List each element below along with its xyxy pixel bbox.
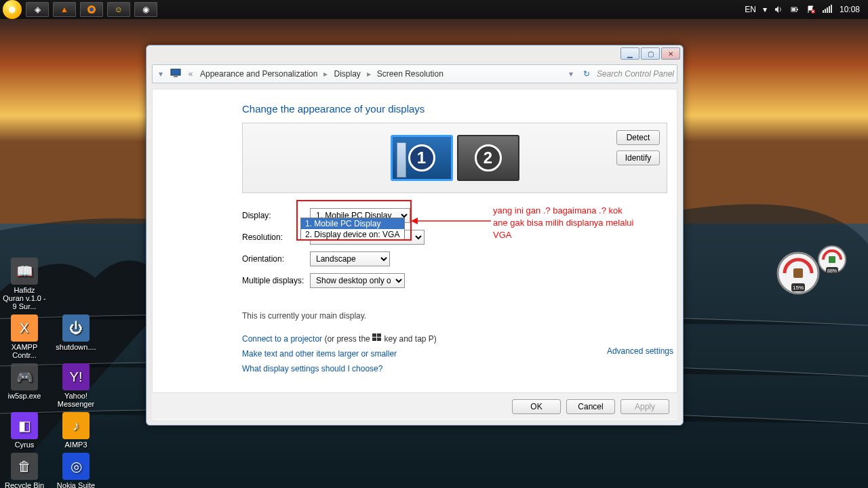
nav-back-icon[interactable]: ▾: [155, 69, 166, 79]
address-dropdown-icon[interactable]: ▾: [566, 69, 576, 79]
signal-bars-icon[interactable]: [823, 5, 833, 15]
battery-icon[interactable]: [790, 5, 800, 14]
svg-text:88%: 88%: [827, 268, 837, 273]
desktop-icon-aimp3[interactable]: ♪AIMP3: [54, 412, 98, 449]
desktop-icon-grid: 📖Hafidz Quran v.1.0 - 9 Sur... XXAMPP Co…: [3, 258, 104, 488]
cancel-button[interactable]: Cancel: [566, 399, 615, 414]
volume-icon[interactable]: [774, 5, 783, 14]
windows-key-icon: [372, 334, 384, 344]
taskbar-app-1[interactable]: ◈: [26, 2, 49, 17]
minimize-button[interactable]: ▁: [620, 47, 639, 60]
monitor-icon: [170, 68, 181, 80]
taskbar-app-camera[interactable]: ◉: [134, 2, 157, 17]
projector-hint-pre: (or press the: [324, 334, 372, 344]
display-option-2[interactable]: 2. Display device on: VGA: [301, 229, 404, 240]
desktop-icon-xampp[interactable]: XXAMPP Contr...: [3, 314, 46, 359]
projector-hint-post: key and tap P): [384, 334, 436, 344]
button-bar: OK Cancel Apply: [152, 392, 677, 420]
maximize-button[interactable]: ▢: [641, 47, 660, 60]
svg-rect-6: [792, 8, 795, 11]
connect-projector-link[interactable]: Connect to a projector: [242, 334, 322, 344]
close-button[interactable]: ✕: [661, 47, 680, 60]
resolution-label: Resolution:: [242, 232, 310, 242]
desktop-icon-yahoo[interactable]: Y!Yahoo! Messenger: [54, 363, 98, 408]
svg-rect-5: [797, 9, 798, 10]
svg-rect-16: [171, 69, 180, 75]
detect-button[interactable]: Detect: [616, 130, 660, 145]
ok-button[interactable]: OK: [512, 399, 561, 414]
display-dropdown-popup[interactable]: 1. Mobile PC Display 2. Display device o…: [300, 218, 405, 241]
breadcrumb-prefix-icon: «: [185, 69, 196, 79]
display-preview: 1 2 Detect Identify: [242, 123, 667, 193]
svg-rect-9: [793, 268, 803, 278]
svg-point-3: [90, 7, 94, 12]
help-links: Connect to a projector (or press the key…: [242, 331, 667, 376]
svg-rect-18: [372, 333, 376, 337]
taskbar-app-messenger[interactable]: ☺: [107, 2, 130, 17]
taskbar-app-vlc[interactable]: ▲: [53, 2, 76, 17]
desktop-icon-cyrus[interactable]: ◧Cyrus: [3, 412, 46, 449]
screen-resolution-window: ▁ ▢ ✕ ▾ « Appearance and Personalization…: [146, 45, 684, 426]
identify-button[interactable]: Identify: [616, 150, 660, 165]
search-input[interactable]: Search Control Panel: [597, 69, 674, 79]
svg-rect-19: [377, 333, 381, 337]
orientation-dropdown[interactable]: Landscape: [310, 251, 390, 266]
chevron-right-icon: ▸: [365, 69, 373, 79]
language-indicator[interactable]: EN: [745, 5, 756, 14]
apply-button[interactable]: Apply: [620, 399, 669, 414]
chevron-right-icon: ▸: [321, 69, 330, 79]
what-settings-link[interactable]: What display settings should I choose?: [242, 364, 382, 373]
svg-rect-20: [372, 338, 376, 341]
text-size-link[interactable]: Make text and other items larger or smal…: [242, 349, 397, 359]
refresh-icon[interactable]: ↻: [583, 69, 590, 79]
multiple-displays-label: Multiple displays:: [242, 276, 310, 285]
taskbar: ☻ ◈ ▲ ☺ ◉ EN ▾ 10:08: [0, 0, 868, 19]
breadcrumb-display[interactable]: Display: [334, 69, 360, 79]
cpu-meter-gadget[interactable]: 15% 88%: [774, 243, 849, 299]
page-heading: Change the appearance of your displays: [242, 103, 667, 115]
multiple-displays-dropdown[interactable]: Show desktop only on 1: [310, 273, 405, 288]
desktop-icon-recyclebin[interactable]: 🗑Recycle Bin: [3, 453, 46, 488]
clock[interactable]: 10:08: [840, 5, 860, 14]
language-dropdown-icon[interactable]: ▾: [763, 5, 767, 14]
address-bar[interactable]: ▾ « Appearance and Personalization ▸ Dis…: [152, 64, 677, 83]
content-pane: Change the appearance of your displays 1…: [152, 89, 677, 421]
display-option-1[interactable]: 1. Mobile PC Display: [301, 218, 404, 229]
start-orb-smiley-icon[interactable]: ☻: [3, 0, 22, 19]
monitor-1[interactable]: 1: [391, 135, 453, 181]
desktop-icon-nokiasuite[interactable]: ◎Nokia Suite: [54, 453, 98, 488]
svg-text:15%: 15%: [793, 285, 804, 291]
svg-rect-13: [829, 256, 835, 263]
svg-rect-17: [174, 76, 178, 77]
monitor-2[interactable]: 2: [457, 135, 519, 181]
orientation-label: Orientation:: [242, 254, 310, 264]
breadcrumb-appearance[interactable]: Appearance and Personalization: [200, 69, 317, 79]
desktop-icon-shutdown[interactable]: ⏻shutdown....: [54, 314, 98, 359]
display-label: Display:: [242, 211, 310, 220]
action-flag-icon[interactable]: [806, 5, 816, 14]
taskbar-app-firefox[interactable]: [80, 2, 103, 17]
main-display-note: This is currently your main display.: [242, 311, 667, 321]
desktop-icon-iw5sp[interactable]: 🎮iw5sp.exe: [3, 363, 46, 408]
advanced-settings-link[interactable]: Advanced settings: [607, 346, 673, 356]
window-titlebar[interactable]: ▁ ▢ ✕: [146, 45, 683, 64]
svg-rect-21: [377, 338, 381, 341]
breadcrumb-screenres[interactable]: Screen Resolution: [377, 69, 443, 79]
desktop-icon-hafidz[interactable]: 📖Hafidz Quran v.1.0 - 9 Sur...: [3, 258, 46, 310]
